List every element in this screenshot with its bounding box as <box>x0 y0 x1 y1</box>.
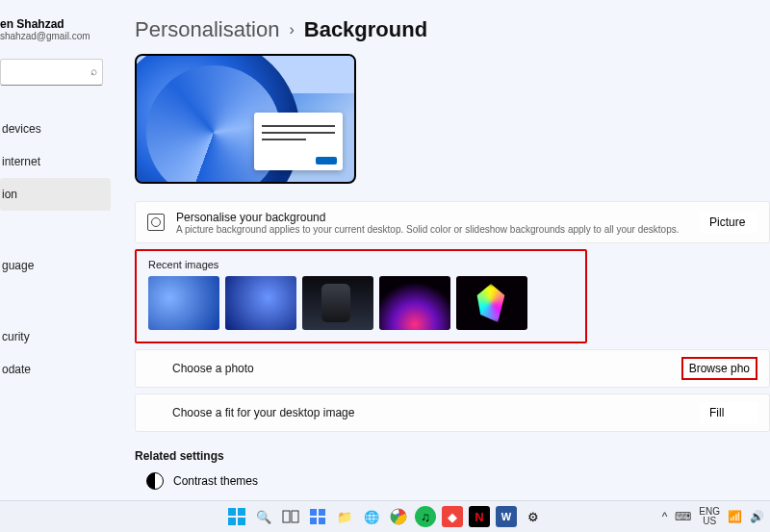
svg-rect-8 <box>310 518 317 524</box>
svg-rect-9 <box>319 518 325 524</box>
recent-image-3[interactable] <box>302 276 373 330</box>
search-icon[interactable]: ⌕ <box>90 64 97 78</box>
svg-rect-3 <box>238 518 245 525</box>
background-type-dropdown[interactable]: Picture <box>700 212 757 233</box>
taskbar-tray: ^ ⌨ ENG US 📶 🔊 <box>662 507 764 526</box>
svg-rect-7 <box>319 509 325 516</box>
word-icon[interactable]: W <box>496 506 517 527</box>
choose-fit-label: Choose a fit for your desktop image <box>147 406 354 419</box>
picture-icon <box>147 214 165 231</box>
task-view-icon[interactable] <box>280 506 301 527</box>
taskbar: 🔍 📁 🌐 ♫ ◆ N W ⚙ ^ ⌨ ENG US 📶 🔊 <box>0 500 770 532</box>
spotify-icon[interactable]: ♫ <box>415 506 436 527</box>
recent-images-block: Recent images <box>135 249 587 343</box>
choose-fit-row: Choose a fit for your desktop image Fill <box>135 393 770 432</box>
related-settings: Related settings Contrast themes <box>135 449 770 490</box>
recent-image-4[interactable] <box>379 276 450 330</box>
search-taskbar-icon[interactable]: 🔍 <box>253 506 274 527</box>
svg-rect-2 <box>228 518 236 525</box>
netflix-icon[interactable]: N <box>469 506 490 527</box>
start-button[interactable] <box>226 506 247 527</box>
contrast-icon <box>146 472 164 490</box>
sidebar-item-internet[interactable]: internet <box>0 145 111 178</box>
language-indicator[interactable]: ENG US <box>699 507 720 526</box>
svg-rect-1 <box>238 508 245 516</box>
related-settings-title: Related settings <box>135 449 770 463</box>
svg-rect-6 <box>310 509 317 516</box>
explorer-icon[interactable]: 📁 <box>334 506 355 527</box>
settings-icon[interactable]: ⚙ <box>523 506 544 527</box>
region-code: US <box>699 517 720 526</box>
keyboard-icon[interactable]: ⌨ <box>675 510 691 523</box>
breadcrumb: Personalisation › Background <box>135 17 770 42</box>
recent-images-thumbs <box>148 276 574 330</box>
edge-icon[interactable]: 🌐 <box>361 506 382 527</box>
desktop-preview <box>135 54 356 184</box>
personalise-title: Personalise your background <box>176 211 680 224</box>
main-content: Personalisation › Background Personalise… <box>135 17 770 500</box>
svg-rect-5 <box>292 511 298 522</box>
fit-dropdown[interactable]: Fill <box>700 402 757 423</box>
recent-image-5[interactable] <box>456 276 527 330</box>
contrast-themes-label: Contrast themes <box>173 474 258 488</box>
choose-photo-row: Choose a photo Browse pho <box>135 349 770 388</box>
personalise-subtitle: A picture background applies to your cur… <box>176 224 680 235</box>
user-name: en Shahzad <box>0 17 111 31</box>
preview-window-icon <box>254 113 343 170</box>
user-block[interactable]: en Shahzad shahzad@gmail.com <box>0 17 111 41</box>
breadcrumb-current: Background <box>304 17 427 42</box>
widgets-icon[interactable] <box>307 506 328 527</box>
choose-photo-label: Choose a photo <box>147 362 254 375</box>
sidebar: en Shahzad shahzad@gmail.com ⌕ devices i… <box>0 0 111 500</box>
browse-photos-button[interactable]: Browse pho <box>681 357 757 380</box>
recent-images-title: Recent images <box>148 259 574 270</box>
personalise-background-row[interactable]: Personalise your background A picture ba… <box>135 201 770 243</box>
user-email: shahzad@gmail.com <box>0 31 111 41</box>
chrome-icon[interactable] <box>388 506 409 527</box>
contrast-themes-row[interactable]: Contrast themes <box>135 472 770 490</box>
sidebar-item-security[interactable]: curity <box>0 320 111 353</box>
volume-icon[interactable]: 🔊 <box>750 510 764 523</box>
sidebar-item-personalisation[interactable]: ion <box>0 178 111 211</box>
anydesk-icon[interactable]: ◆ <box>442 506 463 527</box>
chevron-right-icon: › <box>289 21 294 38</box>
search-input[interactable] <box>0 59 103 86</box>
breadcrumb-parent[interactable]: Personalisation <box>135 17 279 42</box>
taskbar-center: 🔍 📁 🌐 ♫ ◆ N W ⚙ <box>226 506 544 527</box>
recent-image-1[interactable] <box>148 276 219 330</box>
svg-rect-4 <box>283 511 290 522</box>
search-wrap: ⌕ <box>0 59 111 86</box>
recent-image-2[interactable] <box>225 276 296 330</box>
sidebar-item-devices[interactable]: devices <box>0 113 111 145</box>
sidebar-item-language[interactable]: guage <box>0 249 111 282</box>
wifi-icon[interactable]: 📶 <box>728 510 742 523</box>
tray-chevron-icon[interactable]: ^ <box>662 510 668 523</box>
svg-rect-0 <box>228 508 236 516</box>
sidebar-item-update[interactable]: odate <box>0 353 111 386</box>
